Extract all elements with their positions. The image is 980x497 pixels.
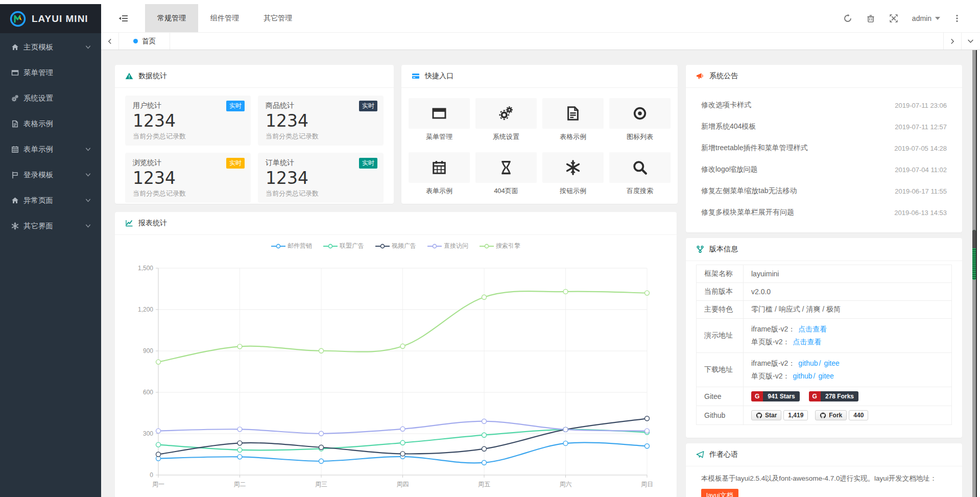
author-card-title: 作者心语 xyxy=(709,450,738,459)
notice-item[interactable]: 新增treetable插件和菜单管理样式 2019-07-05 14:28 xyxy=(701,137,947,159)
chevron-right-icon xyxy=(949,38,955,44)
layui-doc-button[interactable]: layui文档 xyxy=(701,489,738,497)
sidebar-menu: 主页模板 菜单管理 系统设置 表格示例 表单示例 登录 xyxy=(0,33,101,239)
screen: LAYUI MINI 主页模板 菜单管理 系统设置 表格示例 表单 xyxy=(0,0,980,497)
download-link-github[interactable]: github xyxy=(793,372,812,380)
sidebar-item-error-pages[interactable]: 异常页面 xyxy=(0,187,101,213)
tabs-scroll-left-button[interactable] xyxy=(101,33,119,50)
stat-box-goods[interactable]: 商品统计 实时 1234 当前分类总记录数 xyxy=(258,96,384,146)
svg-text:周日: 周日 xyxy=(641,481,653,488)
sidebar-item-label: 异常页面 xyxy=(23,196,53,205)
github-fork-count: 440 xyxy=(849,410,868,420)
notice-item[interactable]: 修复左侧菜单缩放tab无法移动 2019-06-17 11:55 xyxy=(701,180,947,202)
quick-entry-table-example[interactable]: 表格示例 xyxy=(542,98,604,141)
stat-value: 1234 xyxy=(266,168,376,188)
file-icon xyxy=(11,120,19,128)
tab-general-management[interactable]: 常规管理 xyxy=(145,4,198,32)
github-fork-button[interactable]: Fork 440 xyxy=(815,410,868,420)
tabs-operations-button[interactable] xyxy=(961,33,979,50)
stat-caption: 当前分类总记录数 xyxy=(133,132,243,141)
more-options-icon[interactable] xyxy=(952,14,962,23)
quick-entry-404-page[interactable]: 404页面 xyxy=(475,152,537,196)
gitee-stars-badge[interactable]: G941 Stars xyxy=(751,391,800,401)
quick-entry-system-settings[interactable]: 系统设置 xyxy=(475,98,537,141)
tab-bar-controls xyxy=(943,33,979,50)
legend-marker-icon xyxy=(271,244,285,249)
chevron-down-icon xyxy=(935,17,940,20)
sidebar-item-home-template[interactable]: 主页模板 xyxy=(0,34,101,60)
notice-card-header: 系统公告 xyxy=(686,65,962,88)
gitee-forks-badge[interactable]: G278 Forks xyxy=(809,391,858,401)
sidebar-item-login-template[interactable]: 登录模板 xyxy=(0,162,101,187)
logo[interactable]: LAYUI MINI xyxy=(0,4,101,33)
notice-item[interactable]: 修改logo缩放问题 2019-07-04 11:02 xyxy=(701,159,947,180)
sidebar-item-form-example[interactable]: 表单示例 xyxy=(0,136,101,162)
sidebar-item-label: 登录模板 xyxy=(23,170,53,180)
legend-item-video-ads[interactable]: 视频广告 xyxy=(375,242,416,250)
sidebar-item-other-ui[interactable]: 其它界面 xyxy=(0,213,101,239)
scrollbar-thumb[interactable] xyxy=(972,230,976,280)
refresh-icon[interactable] xyxy=(843,14,852,23)
gitee-logo-icon: G xyxy=(751,391,763,401)
stat-box-orders[interactable]: 订单统计 实时 1234 当前分类总记录数 xyxy=(258,153,384,203)
stat-box-views[interactable]: 浏览统计 实时 1234 当前分类总记录数 xyxy=(125,153,251,203)
app-title: LAYUI MINI xyxy=(32,13,88,25)
chevron-down-icon xyxy=(85,223,91,229)
realtime-badge: 实时 xyxy=(226,101,245,111)
quick-entry-form-example[interactable]: 表单示例 xyxy=(409,152,470,196)
user-menu[interactable]: admin xyxy=(912,14,940,22)
github-star-button[interactable]: Star 1,419 xyxy=(751,410,808,420)
download-link-github[interactable]: github xyxy=(798,359,818,367)
notice-item[interactable]: 新增系统404模板 2019-07-11 12:57 xyxy=(701,116,947,137)
legend-item-union-ads[interactable]: 联盟广告 xyxy=(323,242,364,250)
trash-icon[interactable] xyxy=(866,14,875,23)
panel-icon xyxy=(412,72,420,80)
quick-entry-icon-list[interactable]: 图标列表 xyxy=(609,98,671,141)
download-link-gitee[interactable]: gitee xyxy=(819,372,834,380)
window-icon xyxy=(11,69,19,77)
sidebar-item-label: 其它界面 xyxy=(23,221,53,231)
svg-text:0: 0 xyxy=(150,471,153,479)
sidebar-item-system-settings[interactable]: 系统设置 xyxy=(0,85,101,111)
tabs-scroll-right-button[interactable] xyxy=(943,33,961,50)
quick-entry-menu-management[interactable]: 菜单管理 xyxy=(409,98,470,141)
legend-marker-icon xyxy=(323,244,338,249)
fullscreen-icon[interactable] xyxy=(889,14,898,23)
quick-entry-baidu-search[interactable]: 百度搜索 xyxy=(609,152,671,196)
scrollbar-track[interactable] xyxy=(972,50,976,497)
features-value: 零门槛 / 响应式 / 清爽 / 极简 xyxy=(744,301,952,319)
tab-home[interactable]: 首页 xyxy=(119,33,170,50)
chevron-down-icon xyxy=(85,44,91,50)
notice-item[interactable]: 修改选项卡样式 2019-07-11 23:06 xyxy=(701,94,947,116)
demo-link-iframe[interactable]: 点击查看 xyxy=(798,325,827,333)
version-table: 框架名称 layuimini 当前版本 v2.0.0 主要特色 零门槛 / 响应… xyxy=(696,265,952,425)
gears-icon xyxy=(11,94,19,102)
demo-link-spa[interactable]: 点击查看 xyxy=(793,338,821,346)
layui-logo-icon xyxy=(9,10,27,28)
report-card-header: 报表统计 xyxy=(115,212,677,235)
table-row: 演示地址 iframe版-v2：点击查看 单页版-v2：点击查看 xyxy=(697,319,952,353)
calendar-icon xyxy=(11,146,19,153)
author-text-line: 本模板基于layui2.5.4以及font-awesome-4.7.0进行实现。… xyxy=(701,473,947,484)
sidebar-item-table-example[interactable]: 表格示例 xyxy=(0,111,101,136)
bullhorn-icon xyxy=(696,72,704,80)
legend-item-email[interactable]: 邮件营销 xyxy=(271,242,312,250)
collapse-sidebar-button[interactable] xyxy=(101,4,145,32)
version-card-header: 版本信息 xyxy=(686,238,962,261)
tab-component-management[interactable]: 组件管理 xyxy=(198,4,251,32)
tab-other-management[interactable]: 其它管理 xyxy=(251,4,304,32)
sidebar-item-menu-management[interactable]: 菜单管理 xyxy=(0,60,101,85)
chevron-down-icon xyxy=(85,147,91,152)
notice-item[interactable]: 修复多模块菜单栏展开有问题 2019-06-13 14:53 xyxy=(701,202,947,223)
legend-item-direct[interactable]: 直接访问 xyxy=(427,242,468,250)
stats-card-header: 数据统计 xyxy=(115,65,394,88)
download-link-gitee[interactable]: gitee xyxy=(824,359,839,367)
page-tab-bar: 首页 xyxy=(101,33,980,50)
svg-text:周一: 周一 xyxy=(152,481,164,488)
quick-entry-button-example[interactable]: 按钮示例 xyxy=(542,152,604,196)
svg-text:周三: 周三 xyxy=(315,481,327,488)
legend-item-search-engine[interactable]: 搜索引擎 xyxy=(480,242,520,250)
github-icon xyxy=(756,412,762,419)
stat-box-users[interactable]: 用户统计 实时 1234 当前分类总记录数 xyxy=(125,96,251,146)
calendar-icon xyxy=(432,160,447,175)
